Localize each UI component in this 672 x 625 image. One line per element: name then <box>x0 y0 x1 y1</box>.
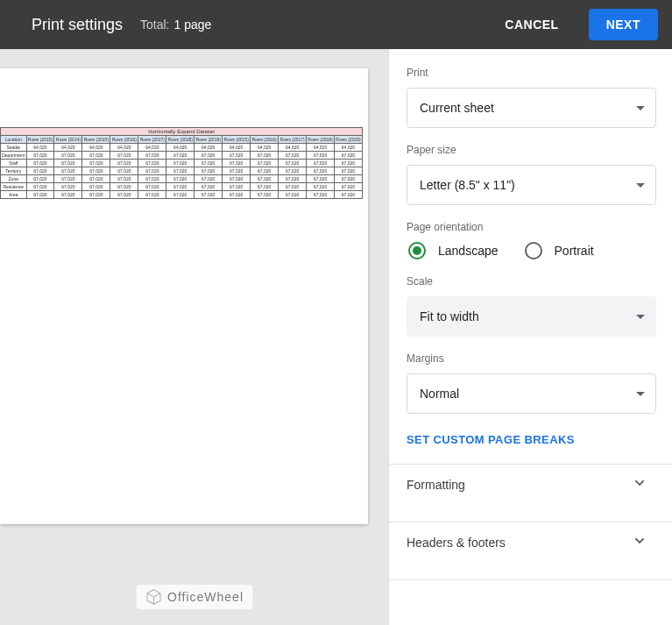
table-cell: 67,020 <box>195 183 223 191</box>
divider <box>389 579 672 580</box>
table-cell: 67,020 <box>195 160 223 167</box>
orientation-portrait-radio[interactable]: Portrait <box>525 242 594 259</box>
margins-label: Margins <box>407 352 656 365</box>
table-header: Rows (2015) <box>26 136 54 144</box>
table-cell: 67,020 <box>307 167 335 175</box>
table-cell: 67,020 <box>82 191 110 199</box>
table-header: Rows (2018) <box>166 136 195 144</box>
print-dropdown[interactable]: Current sheet <box>407 88 656 128</box>
table-cell: 67,020 <box>54 167 82 175</box>
orientation-landscape-radio[interactable]: Landscape <box>408 242 499 259</box>
table-header: Rows (2016) <box>110 136 138 144</box>
total-label: Total: <box>140 18 169 32</box>
table-header: Rows (2019) <box>195 136 223 144</box>
preview-pane: Horizontally Expand Dataset LocationRows… <box>0 49 388 625</box>
table-cell: 67,020 <box>82 167 110 175</box>
table-cell: Zone <box>1 175 27 183</box>
table-cell: 67,020 <box>138 167 166 175</box>
set-page-breaks-link[interactable]: SET CUSTOM PAGE BREAKS <box>407 433 656 446</box>
table-cell: 67,020 <box>166 175 195 183</box>
table-cell: 67,020 <box>54 183 82 191</box>
table-cell: Area <box>1 191 27 199</box>
paper-size-dropdown[interactable]: Letter (8.5" x 11") <box>407 165 656 205</box>
table-cell: 67,020 <box>166 191 195 199</box>
paper-size-value: Letter (8.5" x 11") <box>420 178 515 192</box>
table-cell: 67,020 <box>279 183 307 191</box>
table-row: Seattle64,02064,02064,02064,02064,02064,… <box>1 144 363 152</box>
table-header: Rows (2017) <box>138 136 166 144</box>
table-cell: 67,020 <box>110 183 138 191</box>
preview-sheet-title: Horizontally Expand Dataset <box>0 127 363 135</box>
table-cell: 67,020 <box>195 152 223 160</box>
margins-value: Normal <box>420 387 459 401</box>
table-cell: 64,020 <box>54 144 82 152</box>
table-cell: 64,020 <box>195 144 223 152</box>
scale-label: Scale <box>407 275 656 288</box>
table-cell: 67,020 <box>138 175 166 183</box>
table-cell: 67,020 <box>223 191 251 199</box>
table-cell: 67,020 <box>251 152 279 160</box>
table-cell: 67,020 <box>26 191 54 199</box>
margins-dropdown[interactable]: Normal <box>407 373 656 414</box>
table-cell: Residence <box>1 183 27 191</box>
table-cell: 67,020 <box>335 167 363 175</box>
table-header: Rows (2019) <box>335 136 363 144</box>
table-cell: 67,020 <box>110 167 138 175</box>
table-cell: 67,020 <box>335 183 363 191</box>
page-title: Print settings <box>32 16 123 34</box>
table-cell: 67,020 <box>138 183 166 191</box>
headers-footers-expander[interactable]: Headers & footers <box>407 522 656 562</box>
preview-table: LocationRows (2015)Rows (2014)Rows (2015… <box>0 135 363 199</box>
table-cell: 67,020 <box>223 167 251 175</box>
formatting-expander[interactable]: Formatting <box>407 465 656 504</box>
table-cell: 67,020 <box>54 175 82 183</box>
scale-dropdown[interactable]: Fit to width <box>407 296 656 337</box>
table-cell: 67,020 <box>195 167 223 175</box>
table-cell: 67,020 <box>82 152 110 160</box>
table-cell: 67,020 <box>223 160 251 167</box>
table-row: Area67,02067,02067,02067,02067,02067,020… <box>1 191 363 199</box>
orientation-portrait-label: Portrait <box>555 244 594 258</box>
table-cell: 67,020 <box>166 183 195 191</box>
cancel-button[interactable]: CANCEL <box>487 9 576 40</box>
top-bar: Print settings Total: 1 page CANCEL NEXT <box>0 0 672 49</box>
orientation-landscape-label: Landscape <box>438 244 499 258</box>
table-cell: 67,020 <box>307 160 335 167</box>
table-cell: 67,020 <box>54 152 82 160</box>
table-cell: 64,020 <box>251 144 279 152</box>
watermark: OfficeWheel <box>136 585 252 609</box>
table-cell: 64,020 <box>166 144 195 152</box>
table-cell: 67,020 <box>335 175 363 183</box>
table-row: Zone67,02067,02067,02067,02067,02067,020… <box>1 175 363 183</box>
table-cell: 67,020 <box>279 175 307 183</box>
table-cell: 67,020 <box>335 191 363 199</box>
table-cell: 67,020 <box>82 160 110 167</box>
table-header: Rows (2016) <box>251 136 279 144</box>
table-cell: 67,020 <box>138 191 166 199</box>
caret-down-icon <box>636 183 645 188</box>
table-cell: 67,020 <box>279 167 307 175</box>
chevron-down-icon <box>630 531 649 553</box>
table-cell: 67,020 <box>251 175 279 183</box>
table-cell: 67,020 <box>335 160 363 167</box>
table-row: Department67,02067,02067,02067,02067,020… <box>1 152 363 160</box>
table-cell: 67,020 <box>138 160 166 167</box>
watermark-text: OfficeWheel <box>167 590 244 604</box>
watermark-icon <box>145 588 162 606</box>
paper-size-label: Paper size <box>407 144 656 156</box>
table-cell: 67,020 <box>307 183 335 191</box>
table-cell: Seattle <box>1 144 27 152</box>
table-cell: 67,020 <box>223 183 251 191</box>
table-cell: 67,020 <box>251 167 279 175</box>
table-header: Location <box>1 136 27 144</box>
table-cell: 67,020 <box>166 167 195 175</box>
headers-footers-label: Headers & footers <box>407 536 506 550</box>
table-header: Rows (2017) <box>279 136 307 144</box>
total-value: 1 page <box>174 18 212 32</box>
table-header: Rows (2015) <box>223 136 251 144</box>
table-cell: 67,020 <box>26 152 54 160</box>
table-cell: 67,020 <box>166 152 195 160</box>
table-cell: 67,020 <box>110 175 138 183</box>
next-button[interactable]: NEXT <box>589 9 658 40</box>
table-cell: 64,020 <box>110 144 138 152</box>
